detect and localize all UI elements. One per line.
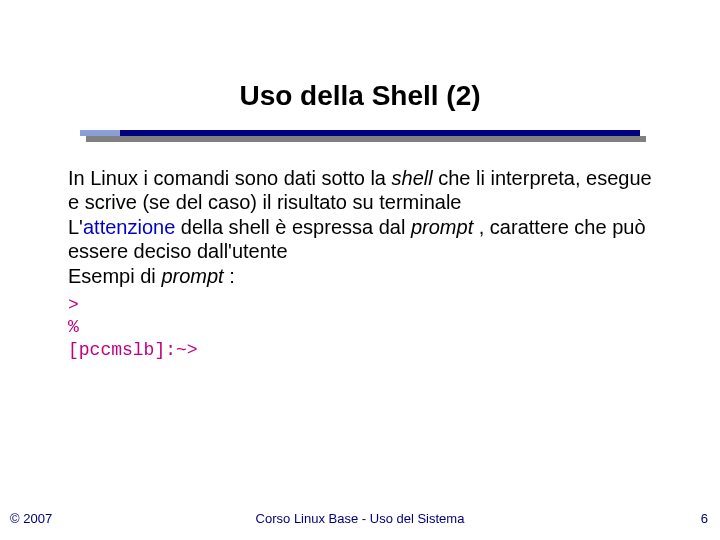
highlight-attenzione: attenzione — [83, 216, 175, 238]
text: : — [224, 265, 235, 287]
italic-shell: shell — [392, 167, 433, 189]
text: L' — [68, 216, 83, 238]
underline-tail — [80, 130, 120, 136]
page-number: 6 — [701, 511, 708, 526]
slide-body: In Linux i comandi sono dati sotto la sh… — [68, 166, 652, 361]
slide-title: Uso della Shell (2) — [0, 80, 720, 112]
underline-shadow — [86, 136, 646, 142]
code-block: > % [pccmslb]:~> — [68, 294, 652, 362]
code-line: [pccmslb]:~> — [68, 339, 652, 362]
footer: © 2007 Corso Linux Base - Uso del Sistem… — [0, 506, 720, 526]
title-underline — [80, 130, 640, 144]
underline-bar — [80, 130, 640, 136]
text: Esempi di — [68, 265, 161, 287]
italic-prompt1: prompt — [411, 216, 473, 238]
code-line: > — [68, 294, 652, 317]
text: In Linux i comandi sono dati sotto la — [68, 167, 392, 189]
code-line: % — [68, 316, 652, 339]
italic-prompt2: prompt — [161, 265, 223, 287]
text: della shell è espressa dal — [175, 216, 411, 238]
slide: Uso della Shell (2) In Linux i comandi s… — [0, 0, 720, 540]
footer-title: Corso Linux Base - Uso del Sistema — [0, 511, 720, 526]
